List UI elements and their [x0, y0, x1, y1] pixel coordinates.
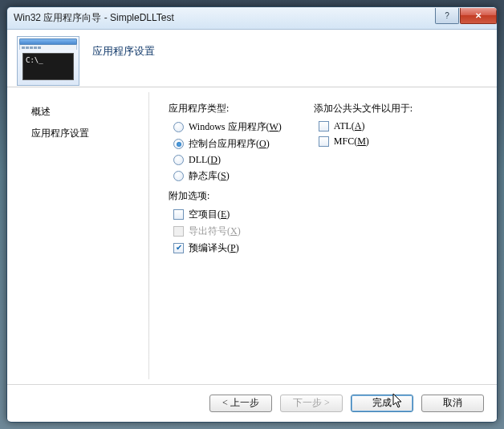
back-button[interactable]: < 上一步 [209, 395, 272, 412]
check-atl[interactable]: ATL(A) [319, 120, 413, 132]
radio-console-app[interactable]: 控制台应用程序(O) [173, 137, 282, 151]
check-precompiled-header[interactable]: 预编译头(P) [173, 241, 282, 255]
checkbox-icon [173, 226, 184, 237]
cancel-button[interactable]: 取消 [421, 395, 484, 412]
sidebar: 概述 应用程序设置 [7, 87, 148, 384]
window-buttons: ? ✕ [434, 8, 497, 24]
finish-button[interactable]: 完成 [351, 395, 413, 412]
check-export-symbols: 导出符号(X) [173, 225, 282, 238]
radio-icon [173, 171, 184, 181]
option-label: 静态库(S) [189, 169, 230, 183]
checkbox-icon [319, 121, 329, 132]
body: 概述 应用程序设置 应用程序类型: Windows 应用程序(W) 控制台应用程… [7, 87, 497, 384]
check-mfc[interactable]: MFC(M) [319, 136, 413, 148]
check-empty-project[interactable]: 空项目(E) [173, 208, 282, 221]
content: 应用程序类型: Windows 应用程序(W) 控制台应用程序(O) DLL(D… [149, 87, 497, 384]
option-label: 预编译头(P) [189, 241, 239, 255]
help-button[interactable]: ? [435, 8, 459, 24]
help-icon: ? [445, 11, 449, 20]
option-label: 控制台应用程序(O) [189, 137, 270, 151]
sidebar-item-app-settings[interactable]: 应用程序设置 [31, 127, 142, 140]
close-icon: ✕ [475, 11, 482, 20]
option-label: Windows 应用程序(W) [189, 120, 282, 134]
right-column: 添加公共头文件以用于: ATL(A) MFC(M) [314, 102, 413, 258]
option-label: 空项目(E) [189, 208, 230, 221]
option-label: MFC(M) [334, 136, 369, 148]
checkbox-icon [173, 209, 184, 220]
option-label: 导出符号(X) [189, 225, 241, 238]
radio-icon [173, 155, 184, 165]
sidebar-item-overview[interactable]: 概述 [31, 105, 142, 119]
checkbox-icon [173, 243, 184, 253]
titlebar: Win32 应用程序向导 - SimpleDLLTest ? ✕ [7, 7, 497, 30]
common-headers-label: 添加公共头文件以用于: [314, 102, 413, 115]
radio-icon [173, 139, 184, 149]
mouse-cursor-icon [392, 393, 404, 409]
window-title: Win32 应用程序向导 - SimpleDLLTest [14, 11, 174, 25]
header: C:\_ 应用程序设置 [7, 30, 497, 87]
option-label: DLL(D) [189, 154, 221, 166]
app-type-label: 应用程序类型: [169, 102, 282, 115]
radio-static-lib[interactable]: 静态库(S) [173, 169, 282, 183]
next-button: 下一步 > [280, 395, 343, 412]
checkbox-icon [319, 136, 329, 147]
radio-dll[interactable]: DLL(D) [173, 154, 282, 166]
additional-label: 附加选项: [169, 189, 282, 203]
option-label: ATL(A) [334, 120, 365, 132]
terminal-icon: C:\_ [22, 53, 74, 80]
wizard-window: Win32 应用程序向导 - SimpleDLLTest ? ✕ C:\_ 应用… [6, 6, 498, 423]
radio-icon [173, 122, 184, 132]
footer: < 上一步 下一步 > 完成 取消 [7, 384, 497, 421]
banner-icon: C:\_ [17, 36, 79, 86]
close-button[interactable]: ✕ [460, 8, 497, 24]
page-title: 应用程序设置 [92, 36, 155, 59]
left-column: 应用程序类型: Windows 应用程序(W) 控制台应用程序(O) DLL(D… [169, 102, 282, 258]
radio-windows-app[interactable]: Windows 应用程序(W) [173, 120, 282, 134]
